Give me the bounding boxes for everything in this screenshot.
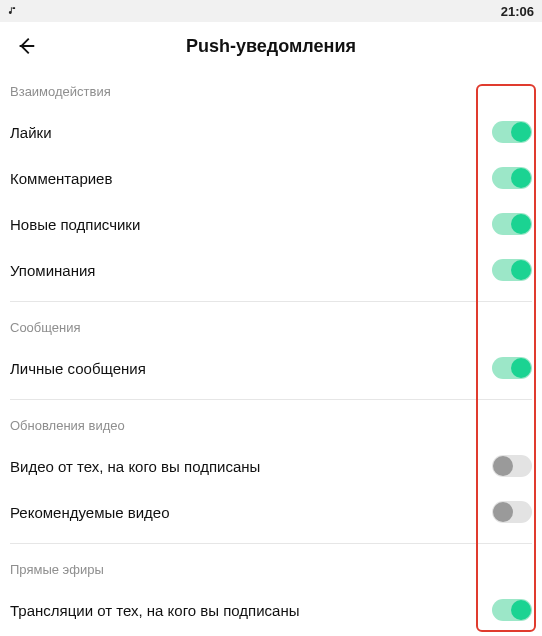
status-bar: 21:06	[0, 0, 542, 22]
row-recommended: Рекомендуемые видео	[10, 489, 532, 535]
header: Push-уведомления	[0, 22, 542, 70]
toggle-comments[interactable]	[492, 167, 532, 189]
row-live-broadcasts-label: Трансляции от тех, на кого вы подписаны	[10, 602, 300, 619]
toggle-dm[interactable]	[492, 357, 532, 379]
row-comments: Комментариев	[10, 155, 532, 201]
toggle-video-from-followed[interactable]	[492, 455, 532, 477]
toggle-likes[interactable]	[492, 121, 532, 143]
toggle-new-followers[interactable]	[492, 213, 532, 235]
divider	[10, 543, 532, 544]
row-mentions-label: Упоминания	[10, 262, 95, 279]
settings-list: Взаимодействия Лайки Комментариев Новые …	[0, 70, 542, 633]
row-likes: Лайки	[10, 109, 532, 155]
row-recommended-label: Рекомендуемые видео	[10, 504, 170, 521]
tiktok-note-icon	[8, 6, 18, 16]
row-new-followers-label: Новые подписчики	[10, 216, 140, 233]
toggle-live-broadcasts[interactable]	[492, 599, 532, 621]
row-comments-label: Комментариев	[10, 170, 112, 187]
row-likes-label: Лайки	[10, 124, 52, 141]
page-title: Push-уведомления	[0, 36, 542, 57]
row-live-broadcasts: Трансляции от тех, на кого вы подписаны	[10, 587, 532, 633]
section-interactions-title: Взаимодействия	[10, 70, 532, 109]
toggle-mentions[interactable]	[492, 259, 532, 281]
back-button[interactable]	[12, 32, 40, 60]
row-dm-label: Личные сообщения	[10, 360, 146, 377]
row-dm: Личные сообщения	[10, 345, 532, 391]
status-time: 21:06	[501, 4, 534, 19]
section-messages-title: Сообщения	[10, 306, 532, 345]
row-new-followers: Новые подписчики	[10, 201, 532, 247]
section-live-title: Прямые эфиры	[10, 548, 532, 587]
row-video-from-followed-label: Видео от тех, на кого вы подписаны	[10, 458, 260, 475]
row-mentions: Упоминания	[10, 247, 532, 293]
toggle-recommended[interactable]	[492, 501, 532, 523]
divider	[10, 399, 532, 400]
section-video-updates-title: Обновления видео	[10, 404, 532, 443]
row-video-from-followed: Видео от тех, на кого вы подписаны	[10, 443, 532, 489]
arrow-left-icon	[15, 35, 37, 57]
divider	[10, 301, 532, 302]
